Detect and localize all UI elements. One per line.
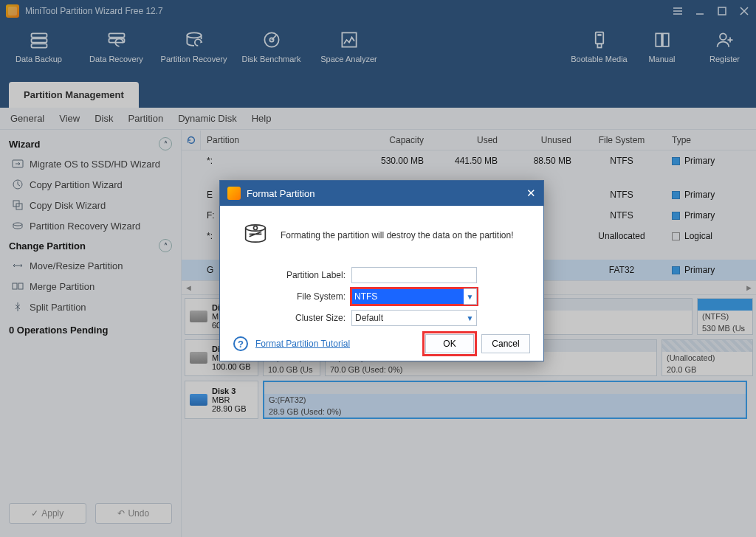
minimize-icon[interactable] (694, 5, 706, 17)
sidebar-item-label: Split Partition (30, 302, 86, 313)
ok-label: OK (443, 339, 456, 349)
svg-rect-11 (597, 44, 601, 47)
sidebar-item-move-resize[interactable]: Move/Resize Partition (0, 255, 181, 276)
svg-point-13 (720, 33, 726, 40)
chevron-down-icon: ▼ (464, 310, 477, 326)
menu-partition[interactable]: Partition (128, 113, 163, 124)
dialog-titlebar[interactable]: Format Partition ✕ (220, 181, 543, 206)
format-partition-dialog: Format Partition ✕ Formating the partiti… (219, 180, 544, 361)
menu-view[interactable]: View (59, 113, 80, 124)
ok-button[interactable]: OK (425, 334, 474, 353)
sidebar-item-split[interactable]: Split Partition (0, 297, 181, 317)
sidebar-item-label: Partition Recovery Wizard (30, 221, 140, 232)
refresh-button[interactable] (182, 131, 201, 150)
col-unused[interactable]: Unused (504, 135, 577, 145)
sidebar-section-change-partition[interactable]: Change Partition ˄ (0, 236, 181, 255)
ribbon-label: Space Analyzer (320, 55, 377, 63)
partition-label-input[interactable] (351, 267, 477, 283)
cancel-button[interactable]: Cancel (481, 334, 530, 353)
svg-rect-10 (595, 32, 603, 44)
menu-dynamic-disk[interactable]: Dynamic Disk (178, 113, 236, 124)
ribbon-bootable-media[interactable]: Bootable Media (568, 25, 630, 80)
close-icon[interactable] (738, 5, 750, 17)
ribbon-label: Data Backup (16, 55, 62, 63)
file-system-select[interactable]: NTFS ▼ (351, 288, 477, 305)
ribbon-label: Bootable Media (571, 55, 627, 63)
help-icon[interactable]: ? (233, 336, 248, 351)
cluster-size-select[interactable]: Default ▼ (351, 310, 477, 326)
cancel-label: Cancel (492, 339, 519, 349)
section-title: Wizard (9, 139, 41, 150)
svg-point-18 (13, 223, 22, 226)
ribbon-register[interactable]: Register (693, 25, 756, 80)
sidebar-item-label: Migrate OS to SSD/HD Wizard (30, 159, 160, 170)
col-used[interactable]: Used (430, 135, 504, 145)
dialog-warning-text: Formating the partition will destroy the… (281, 230, 514, 240)
svg-point-6 (187, 32, 201, 38)
dialog-title: Format Partition (247, 188, 315, 199)
partition-box[interactable]: (NTFS)530 MB (Us (697, 298, 753, 335)
col-partition[interactable]: Partition (201, 135, 341, 145)
titlebar: MiniTool Partition Wizard Free 12.7 (0, 0, 756, 22)
sidebar-item-partition-recovery[interactable]: Partition Recovery Wizard (0, 215, 181, 236)
menu-help[interactable]: Help (252, 113, 272, 124)
svg-rect-0 (718, 7, 726, 15)
apply-label: Apply (41, 508, 63, 519)
label-cluster-size: Cluster Size: (233, 313, 351, 323)
disk-icon (190, 352, 207, 364)
label-file-system: File System: (233, 291, 351, 302)
col-type[interactable]: Type (666, 135, 756, 145)
file-system-value: NTFS (351, 288, 477, 305)
pending-label: 0 Operations Pending (9, 325, 108, 336)
disk-info[interactable]: Disk 3MBR28.90 GB (185, 381, 258, 419)
scroll-right-icon[interactable]: ► (745, 283, 753, 292)
menubar: General View Disk Partition Dynamic Disk… (0, 108, 756, 130)
section-title: Change Partition (9, 240, 86, 252)
partition-box[interactable]: (Unallocated)20.0 GB (662, 339, 753, 376)
grid-header: Partition Capacity Used Unused File Syst… (182, 130, 756, 150)
undo-button[interactable]: ↶ Undo (95, 503, 173, 524)
disk-icon (190, 311, 207, 322)
ribbon-manual[interactable]: Manual (630, 25, 693, 80)
col-capacity[interactable]: Capacity (341, 135, 430, 145)
svg-point-22 (254, 226, 258, 230)
ribbon-disk-benchmark[interactable]: Disk Benchmark (233, 25, 310, 80)
ribbon-data-backup[interactable]: Data Backup (0, 25, 78, 80)
sidebar-section-wizard[interactable]: Wizard ˄ (0, 134, 181, 153)
svg-rect-1 (31, 33, 47, 37)
tab-partition-management[interactable]: Partition Management (9, 82, 139, 108)
svg-rect-19 (13, 283, 17, 289)
apply-button[interactable]: ✓ Apply (9, 503, 86, 524)
sidebar-item-copy-disk[interactable]: Copy Disk Wizard (0, 195, 181, 215)
col-fs[interactable]: File System (577, 135, 666, 145)
ribbon-label: Data Recovery (89, 55, 143, 63)
maximize-icon[interactable] (716, 5, 728, 17)
ribbon-partition-recovery[interactable]: Partition Recovery (155, 25, 233, 80)
svg-rect-3 (31, 44, 47, 47)
menu-disk[interactable]: Disk (94, 113, 113, 124)
scroll-left-icon[interactable]: ◄ (185, 283, 193, 292)
hamburger-icon[interactable] (672, 5, 684, 17)
ribbon-toolbar: Data Backup Data Recovery Partition Reco… (0, 22, 756, 80)
sidebar-item-merge[interactable]: Merge Partition (0, 276, 181, 297)
cluster-size-value: Default (351, 310, 477, 326)
disk-row: Disk 3MBR28.90 GBG:(FAT32)28.9 GB (Used:… (185, 381, 753, 419)
sidebar-item-migrate-os[interactable]: Migrate OS to SSD/HD Wizard (0, 153, 181, 174)
ribbon-data-recovery[interactable]: Data Recovery (78, 25, 155, 80)
table-row[interactable]: *: 530.00 MB 441.50 MB 88.50 MB NTFS Pri… (182, 150, 756, 171)
tab-strip: Partition Management (0, 80, 756, 108)
sidebar-item-copy-partition[interactable]: Copy Partition Wizard (0, 174, 181, 195)
warning-disk-icon (241, 221, 270, 250)
partition-box[interactable]: G:(FAT32)28.9 GB (Used: 0%) (263, 381, 747, 419)
menu-general[interactable]: General (10, 113, 44, 124)
app-title: MiniTool Partition Wizard Free 12.7 (25, 6, 163, 16)
dialog-close-icon[interactable]: ✕ (526, 187, 536, 200)
svg-rect-4 (109, 33, 124, 37)
ribbon-space-analyzer[interactable]: Space Analyzer (310, 25, 388, 80)
svg-rect-12 (597, 34, 601, 36)
sidebar-item-label: Move/Resize Partition (30, 260, 123, 271)
tutorial-link[interactable]: Format Partition Tutorial (255, 339, 350, 349)
app-icon (6, 4, 19, 18)
sidebar-item-label: Copy Partition Wizard (30, 179, 123, 190)
pending-ops: 0 Operations Pending (0, 317, 181, 339)
